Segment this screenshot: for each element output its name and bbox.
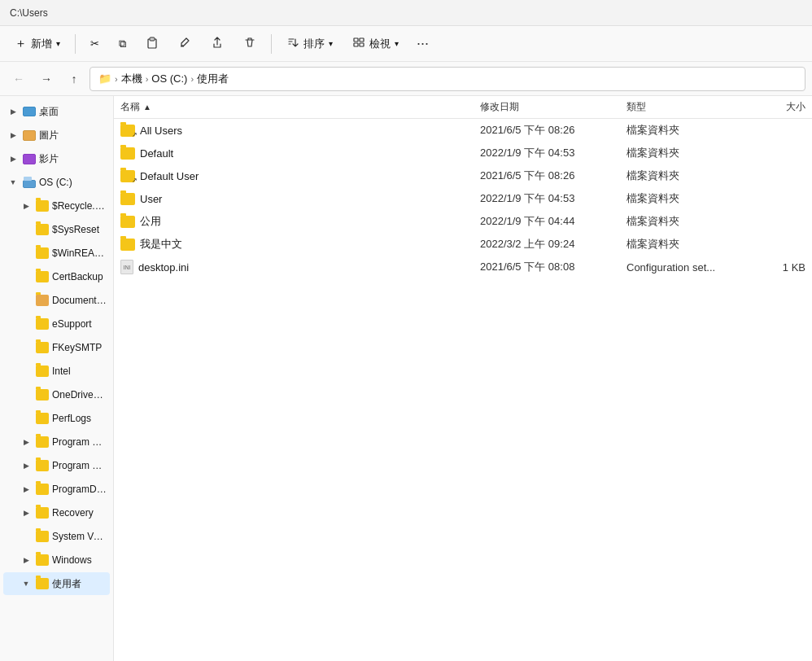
view-dropdown-icon: ▾ (395, 39, 399, 48)
table-row[interactable]: 公用 2022/1/9 下午 04:44 檔案資料夾 (114, 210, 812, 233)
path-segment-this-pc[interactable]: 本機 (121, 72, 142, 86)
file-modified-cell: 2022/1/9 下午 04:53 (480, 191, 626, 206)
path-arrow-0: › (115, 74, 118, 84)
expand-icon-pictures: ▶ (7, 129, 20, 142)
file-name-text: Default (140, 147, 173, 160)
sidebar-label-programfiles2: Program File (52, 460, 107, 471)
svg-rect-1 (150, 37, 155, 41)
svg-rect-2 (354, 38, 358, 42)
path-arrow-2: › (190, 74, 194, 84)
address-path[interactable]: 📁 › 本機 › OS (C:) › 使用者 (89, 67, 805, 91)
sidebar-item-systemvolume[interactable]: ▶ System Volur (3, 525, 110, 548)
file-type-cell: 檔案資料夾 (626, 123, 740, 138)
perflogs-folder-icon (35, 411, 50, 426)
cut-button[interactable]: ✂ (82, 33, 107, 54)
table-row[interactable]: INI desktop.ini 2021/6/5 下午 08:08 Config… (114, 256, 812, 278)
file-name-cell: All Users (120, 125, 480, 137)
path-segment-os-c[interactable]: OS (C:) (151, 72, 187, 85)
path-segment-users[interactable]: 使用者 (197, 72, 229, 86)
back-button[interactable]: ← (7, 67, 31, 91)
sidebar-label-sysreset: $SysReset (52, 224, 99, 235)
table-row[interactable]: 我是中文 2022/3/2 上午 09:24 檔案資料夾 (114, 233, 812, 256)
sidebar-item-fkeysmtp[interactable]: ▶ FKeySMTP (3, 336, 110, 359)
column-name[interactable]: 名稱 ▲ (120, 100, 480, 114)
folder-icon (120, 193, 135, 205)
sidebar-item-winreagent[interactable]: ▶ $WinREAgen (3, 242, 110, 265)
fkeysmtp-folder-icon (35, 340, 50, 355)
table-row[interactable]: User 2022/1/9 下午 04:53 檔案資料夾 (114, 187, 812, 210)
sidebar-item-sysreset[interactable]: ▶ $SysReset (3, 218, 110, 241)
address-bar: ← → ↑ 📁 › 本機 › OS (C:) › 使用者 (0, 62, 812, 96)
sidebar-item-documents[interactable]: ▶ Documents a (3, 289, 110, 312)
sidebar-label-intel: Intel (52, 366, 71, 377)
sidebar-item-users[interactable]: ▼ 使用者 (3, 572, 110, 595)
sidebar-label-users: 使用者 (52, 577, 81, 591)
forward-button[interactable]: → (34, 67, 59, 91)
expand-icon-windows: ▶ (20, 554, 33, 567)
file-type-cell: 檔案資料夾 (626, 237, 740, 252)
copy-button[interactable]: ⧉ (111, 33, 134, 55)
recycle-folder-icon (35, 199, 50, 213)
programdata-folder-icon (35, 482, 50, 497)
file-modified-cell: 2021/6/5 下午 08:08 (480, 260, 626, 274)
rename-button[interactable] (170, 32, 199, 55)
sidebar-item-os-c[interactable]: ▼ OS (C:) (3, 171, 110, 194)
recovery-folder-icon (35, 506, 50, 520)
column-size[interactable]: 大小 (740, 100, 805, 114)
sidebar-item-desktop[interactable]: ▶ 桌面 (3, 100, 110, 123)
sidebar-label-fkeysmtp: FKeySMTP (52, 342, 102, 353)
new-dropdown-icon: ▾ (56, 39, 60, 48)
svg-rect-5 (360, 43, 364, 46)
sidebar-label-esupport: eSupport (52, 318, 92, 330)
expand-icon-programdata: ▶ (20, 483, 33, 496)
sidebar-item-windows[interactable]: ▶ Windows (3, 549, 110, 571)
folder-icon (120, 147, 135, 160)
pictures-icon (22, 128, 37, 142)
path-home-icon: 📁 (98, 72, 111, 85)
table-row[interactable]: All Users 2021/6/5 下午 08:26 檔案資料夾 (114, 119, 812, 142)
expand-icon-programfiles1: ▶ (20, 436, 33, 449)
sort-dropdown-icon: ▾ (329, 39, 333, 48)
sidebar-item-programfiles1[interactable]: ▶ Program File (3, 431, 110, 453)
sidebar-item-pictures[interactable]: ▶ 圖片 (3, 124, 110, 147)
table-row[interactable]: Default User 2021/6/5 下午 08:26 檔案資料夾 (114, 164, 812, 187)
column-modified[interactable]: 修改日期 (480, 100, 626, 114)
new-button[interactable]: ＋ 新增 ▾ (7, 32, 68, 55)
file-type-cell: Configuration set... (626, 261, 740, 274)
more-button[interactable]: ··· (410, 31, 435, 56)
file-modified-cell: 2022/3/2 上午 09:24 (480, 237, 626, 252)
sidebar-item-onedriveter[interactable]: ▶ OneDriveTer (3, 383, 110, 406)
file-name-text: User (140, 193, 162, 205)
delete-icon (243, 36, 256, 51)
sidebar-item-programdata[interactable]: ▶ ProgramData (3, 478, 110, 501)
paste-button[interactable] (138, 32, 167, 55)
column-type[interactable]: 類型 (626, 100, 740, 114)
table-row[interactable]: Default 2022/1/9 下午 04:53 檔案資料夾 (114, 142, 812, 164)
sort-label: 排序 (303, 37, 325, 51)
sidebar-item-programfiles2[interactable]: ▶ Program File (3, 454, 110, 477)
certbackup-folder-icon (35, 269, 50, 284)
new-icon: ＋ (15, 36, 27, 51)
sidebar-label-certbackup: CertBackup (52, 271, 103, 282)
sidebar-item-videos[interactable]: ▶ 影片 (3, 147, 110, 170)
sidebar-item-intel[interactable]: ▶ Intel (3, 360, 110, 383)
up-button[interactable]: ↑ (62, 67, 86, 91)
sidebar-item-recovery[interactable]: ▶ Recovery (3, 501, 110, 524)
file-name-text: 公用 (140, 214, 161, 229)
sidebar-item-certbackup[interactable]: ▶ CertBackup (3, 265, 110, 288)
file-name-cell: Default User (120, 170, 480, 182)
videos-icon (22, 151, 37, 166)
share-button[interactable] (203, 32, 232, 55)
paste-icon (146, 36, 159, 51)
sort-arrow-name: ▲ (143, 103, 151, 112)
sidebar-item-perflogs[interactable]: ▶ PerfLogs (3, 407, 110, 430)
sidebar: ▶ 桌面 ▶ 圖片 ▶ 影片 ▼ (0, 96, 114, 661)
users-folder-icon (35, 576, 50, 591)
view-button[interactable]: 檢視 ▾ (344, 32, 407, 55)
sidebar-item-esupport[interactable]: ▶ eSupport (3, 313, 110, 335)
sort-button[interactable]: 排序 ▾ (278, 32, 341, 55)
delete-button[interactable] (235, 32, 264, 55)
back-icon: ← (13, 72, 24, 85)
file-size-cell: 1 KB (740, 261, 805, 274)
sidebar-item-recycle[interactable]: ▶ $Recycle.Bin (3, 195, 110, 217)
